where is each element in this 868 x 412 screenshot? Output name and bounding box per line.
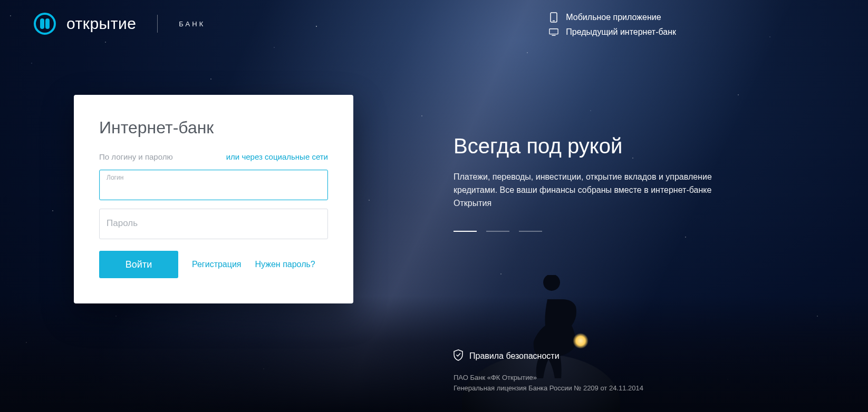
previous-bank-label: Предыдущий интернет-банк: [566, 27, 676, 37]
previous-bank-link[interactable]: Предыдущий интернет-банк: [549, 27, 676, 37]
login-title: Интернет-банк: [99, 118, 328, 138]
brand-logo[interactable]: открытие БАНК: [34, 13, 205, 35]
top-links: Мобильное приложение Предыдущий интернет…: [549, 13, 676, 37]
login-card: Интернет-банк По логину и паролю или чер…: [74, 95, 353, 303]
login-field-wrapper: Логин: [99, 170, 328, 200]
background-lantern-glow: [573, 333, 589, 349]
slider-indicators: [454, 231, 805, 232]
brand-sub: БАНК: [179, 20, 205, 28]
slider-dot-1[interactable]: [454, 231, 477, 232]
brand-name: открытие: [66, 15, 136, 33]
tab-login-password[interactable]: По логину и паролю: [99, 152, 173, 161]
footer-block: Правила безопасности ПАО Банк «ФК Открыт…: [454, 349, 643, 393]
hero-section: Всегда под рукой Платежи, переводы, инве…: [454, 134, 805, 232]
mobile-app-link[interactable]: Мобильное приложение: [549, 13, 676, 22]
login-input[interactable]: [99, 170, 328, 200]
password-field-wrapper: Пароль: [99, 209, 328, 239]
hero-description: Платежи, переводы, инвестиции, открытие …: [454, 171, 749, 210]
legal-text: ПАО Банк «ФК Открытие» Генеральная лицен…: [454, 372, 643, 393]
tab-social-login[interactable]: или через социальные сети: [226, 152, 328, 161]
legal-line-1: ПАО Банк «ФК Открытие»: [454, 372, 643, 383]
password-input[interactable]: [99, 209, 328, 239]
shield-icon: [454, 349, 463, 363]
brand-logo-icon: [34, 13, 56, 35]
forgot-password-link[interactable]: Нужен пароль?: [255, 260, 315, 269]
security-rules-link[interactable]: Правила безопасности: [454, 349, 643, 363]
login-actions: Войти Регистрация Нужен пароль?: [99, 251, 328, 278]
brand-divider: [157, 15, 158, 33]
header: открытие БАНК Мобильное приложение Преды…: [0, 0, 868, 37]
background-ground: [0, 296, 868, 412]
svg-rect-2: [549, 29, 558, 34]
slider-dot-2[interactable]: [486, 231, 509, 232]
register-link[interactable]: Регистрация: [192, 260, 242, 269]
login-tabs: По логину и паролю или через социальные …: [99, 152, 328, 161]
security-rules-label: Правила безопасности: [469, 351, 560, 361]
legal-line-2: Генеральная лицензия Банка России № 2209…: [454, 383, 643, 394]
hero-title: Всегда под рукой: [454, 134, 805, 158]
mobile-app-label: Мобильное приложение: [566, 13, 661, 22]
login-button[interactable]: Войти: [99, 251, 178, 278]
mobile-icon: [549, 13, 558, 22]
desktop-icon: [549, 27, 558, 37]
slider-dot-3[interactable]: [519, 231, 542, 232]
